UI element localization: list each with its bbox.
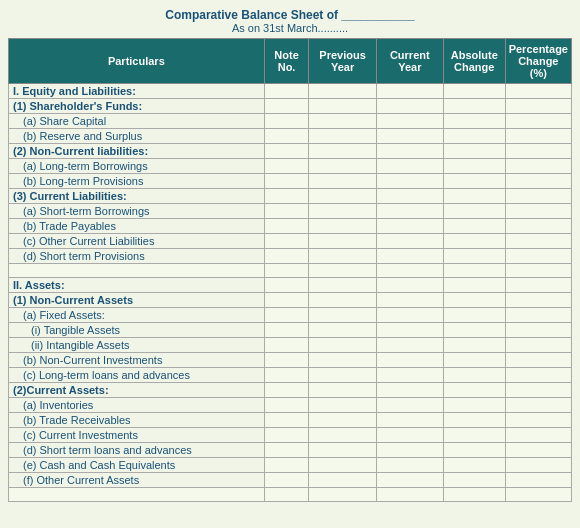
table-row: (f) Other Current Assets (9, 473, 572, 488)
table-row: I. Equity and Liabilities: (9, 84, 572, 99)
table-row: (d) Short term Provisions (9, 249, 572, 264)
table-row: (a) Long-term Borrowings (9, 159, 572, 174)
table-row: II. Assets: (9, 278, 572, 293)
title-line2: As on 31st March.......... (8, 22, 572, 34)
table-row: (b) Trade Payables (9, 219, 572, 234)
table-row: (c) Other Current Liabilities (9, 234, 572, 249)
table-row: (b) Non-Current Investments (9, 353, 572, 368)
table-row: (3) Current Liabilities: (9, 189, 572, 204)
header-percentage-change: Percentage Change (%) (505, 39, 571, 84)
title-section: Comparative Balance Sheet of ___________… (8, 8, 572, 34)
header-absolute-change: Absolute Change (443, 39, 505, 84)
table-row: (1) Shareholder's Funds: (9, 99, 572, 114)
balance-sheet-table: Particulars Note No. Previous Year Curre… (8, 38, 572, 502)
table-row: (e) Cash and Cash Equivalents (9, 458, 572, 473)
header-previous-year: Previous Year (309, 39, 376, 84)
empty-row (9, 264, 572, 278)
header-current-year: Current Year (376, 39, 443, 84)
table-row: (d) Short term loans and advances (9, 443, 572, 458)
table-row: (a) Share Capital (9, 114, 572, 129)
table-row: (ii) Intangible Assets (9, 338, 572, 353)
table-row: (c) Current Investments (9, 428, 572, 443)
title-line1: Comparative Balance Sheet of ___________ (8, 8, 572, 22)
table-row: (b) Reserve and Surplus (9, 129, 572, 144)
table-row: (a) Short-term Borrowings (9, 204, 572, 219)
table-row: (1) Non-Current Assets (9, 293, 572, 308)
table-row: (2) Non-Current liabilities: (9, 144, 572, 159)
header-particulars: Particulars (9, 39, 265, 84)
table-row: (a) Inventories (9, 398, 572, 413)
empty-row (9, 488, 572, 502)
header-note-no: Note No. (264, 39, 309, 84)
table-row: (a) Fixed Assets: (9, 308, 572, 323)
table-row: (b) Trade Receivables (9, 413, 572, 428)
table-row: (2)Current Assets: (9, 383, 572, 398)
page-wrapper: Comparative Balance Sheet of ___________… (0, 0, 580, 514)
table-row: (i) Tangible Assets (9, 323, 572, 338)
table-row: (c) Long-term loans and advances (9, 368, 572, 383)
table-row: (b) Long-term Provisions (9, 174, 572, 189)
